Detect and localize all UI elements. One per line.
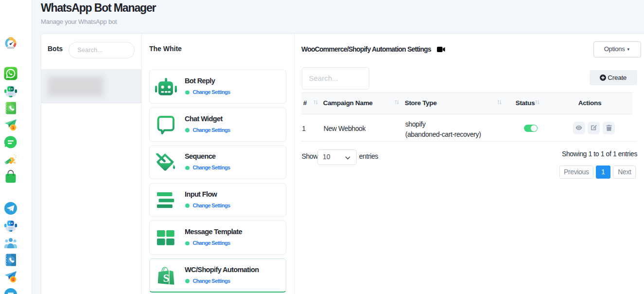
svg-text:1: 1 (12, 126, 15, 130)
svg-text:1: 1 (12, 277, 15, 282)
svg-text:S: S (163, 272, 169, 284)
